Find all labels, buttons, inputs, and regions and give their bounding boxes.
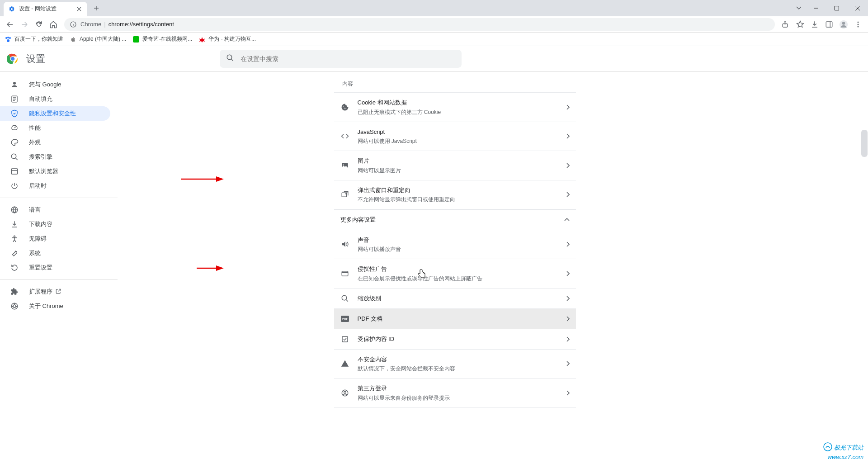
row-cookies[interactable]: Cookie 和网站数据 已阻止无痕模式下的第三方 Cookie bbox=[334, 92, 576, 122]
sidebar-item-performance[interactable]: 性能 bbox=[0, 121, 110, 135]
sidebar-item-reset[interactable]: 重置设置 bbox=[0, 260, 110, 275]
row-federated-identity[interactable]: 第三方登录 网站可以显示来自身份服务的登录提示 bbox=[334, 379, 576, 408]
sidebar-item-about[interactable]: 关于 Chrome bbox=[0, 299, 110, 313]
person-icon bbox=[10, 80, 19, 89]
bookmark-star-button[interactable] bbox=[793, 17, 807, 32]
svg-point-30 bbox=[343, 164, 344, 165]
wrench-icon bbox=[10, 249, 19, 258]
svg-point-20 bbox=[11, 154, 16, 159]
row-pdf[interactable]: PDF PDF 文档 bbox=[334, 309, 576, 329]
chevron-up-icon bbox=[564, 218, 570, 222]
chevron-right-icon bbox=[566, 316, 570, 322]
shield-icon bbox=[10, 109, 19, 118]
bookmark-item[interactable]: 华为 - 构建万物互... bbox=[198, 35, 256, 43]
sidebar-item-startup[interactable]: 启动时 bbox=[0, 179, 110, 193]
profile-button[interactable] bbox=[836, 17, 851, 32]
home-button[interactable] bbox=[46, 17, 61, 32]
huawei-icon bbox=[198, 36, 206, 43]
sidebar-item-autofill[interactable]: 自动填充 bbox=[0, 92, 110, 106]
row-images[interactable]: 图片 网站可以显示图片 bbox=[334, 151, 576, 180]
federated-icon bbox=[340, 388, 349, 398]
extension-icon bbox=[10, 287, 19, 296]
svg-point-12 bbox=[7, 39, 9, 42]
watermark: 极光下载站 www.xz7.com bbox=[823, 442, 863, 461]
back-button[interactable] bbox=[3, 17, 17, 32]
browser-icon bbox=[10, 167, 19, 176]
side-panel-button[interactable] bbox=[822, 17, 836, 32]
sidebar-item-search[interactable]: 搜索引擎 bbox=[0, 150, 110, 164]
chevron-right-icon bbox=[566, 390, 570, 396]
url-text: Chrome|chrome://settings/content bbox=[80, 21, 174, 28]
bookmark-item[interactable]: 爱奇艺-在线视频网... bbox=[132, 35, 192, 43]
sidebar-item-language[interactable]: 语言 bbox=[0, 203, 110, 217]
share-button[interactable] bbox=[778, 17, 793, 32]
apple-icon bbox=[70, 36, 77, 43]
sidebar-item-extensions[interactable]: 扩展程序 bbox=[0, 284, 110, 299]
row-javascript[interactable]: JavaScript 网站可以使用 JavaScript bbox=[334, 122, 576, 152]
forward-button[interactable] bbox=[17, 17, 32, 32]
svg-point-25 bbox=[13, 305, 16, 308]
chevron-right-icon bbox=[566, 271, 570, 276]
close-icon[interactable] bbox=[75, 5, 83, 13]
settings-search-input[interactable] bbox=[241, 55, 455, 62]
scrollbar-thumb[interactable] bbox=[861, 130, 868, 157]
power-icon bbox=[10, 181, 19, 190]
chevron-right-icon bbox=[566, 241, 570, 247]
browser-toolbar: Chrome|chrome://settings/content bbox=[0, 16, 868, 33]
bookmark-item[interactable]: 百度一下，你就知道 bbox=[5, 35, 63, 43]
chevron-right-icon bbox=[566, 192, 570, 197]
image-icon bbox=[340, 161, 349, 170]
address-bar[interactable]: Chrome|chrome://settings/content bbox=[64, 18, 775, 31]
settings-header: 设置 bbox=[0, 46, 868, 72]
popup-icon bbox=[340, 190, 349, 199]
reset-icon bbox=[10, 263, 19, 272]
code-icon bbox=[340, 132, 349, 141]
site-info-icon[interactable] bbox=[70, 21, 77, 28]
row-zoom[interactable]: 缩放级别 bbox=[334, 289, 576, 309]
menu-button[interactable] bbox=[851, 17, 865, 32]
section-header-content: 内容 bbox=[334, 72, 576, 92]
tab-search-button[interactable] bbox=[792, 1, 806, 15]
svg-rect-36 bbox=[342, 336, 348, 342]
sidebar-item-default-browser[interactable]: 默认浏览器 bbox=[0, 164, 110, 179]
iqiyi-icon bbox=[132, 36, 140, 43]
window-close-button[interactable] bbox=[847, 0, 868, 16]
sidebar-item-accessibility[interactable]: 无障碍 bbox=[0, 232, 110, 246]
content-area: 您与 Google 自动填充 隐私设置和安全性 性能 外观 搜索引擎 默认浏览器 bbox=[0, 72, 868, 464]
settings-search-box[interactable] bbox=[220, 50, 462, 68]
bookmarks-bar: 百度一下，你就知道 Apple (中国大陆) ... 爱奇艺-在线视频网... … bbox=[0, 33, 868, 46]
sidebar-divider bbox=[0, 279, 118, 280]
new-tab-button[interactable] bbox=[90, 2, 103, 14]
reload-button[interactable] bbox=[32, 17, 46, 32]
external-link-icon bbox=[55, 288, 61, 296]
cookie-icon bbox=[340, 103, 349, 112]
minimize-button[interactable] bbox=[806, 0, 826, 16]
chevron-right-icon bbox=[566, 133, 570, 139]
row-insecure-content[interactable]: 不安全内容 默认情况下，安全网站会拦截不安全内容 bbox=[334, 350, 576, 379]
speed-icon bbox=[10, 123, 19, 133]
sidebar-divider bbox=[0, 198, 118, 198]
sidebar-item-privacy[interactable]: 隐私设置和安全性 bbox=[0, 106, 110, 121]
settings-sidebar: 您与 Google 自动填充 隐私设置和安全性 性能 外观 搜索引擎 默认浏览器 bbox=[0, 72, 118, 464]
baidu-icon bbox=[5, 36, 12, 43]
svg-point-23 bbox=[14, 236, 15, 237]
sidebar-item-system[interactable]: 系统 bbox=[0, 246, 110, 260]
row-more-content-settings[interactable]: 更多内容设置 bbox=[334, 209, 576, 230]
chevron-right-icon bbox=[566, 336, 570, 342]
downloads-button[interactable] bbox=[807, 17, 822, 32]
row-ads[interactable]: 侵扰性广告 在已知会展示侵扰性或误导性广告的网站上屏蔽广告 bbox=[334, 259, 576, 289]
sidebar-item-appearance[interactable]: 外观 bbox=[0, 135, 110, 150]
svg-point-28 bbox=[345, 108, 346, 109]
ads-icon bbox=[340, 269, 349, 278]
browser-tab[interactable]: 设置 - 网站设置 bbox=[4, 2, 87, 16]
bookmark-item[interactable]: Apple (中国大陆) ... bbox=[70, 35, 126, 43]
row-sound[interactable]: 声音 网站可以播放声音 bbox=[334, 230, 576, 260]
gear-icon bbox=[8, 5, 15, 13]
maximize-button[interactable] bbox=[826, 0, 847, 16]
row-protected-content[interactable]: 受保护内容 ID bbox=[334, 329, 576, 350]
warning-icon bbox=[340, 359, 349, 368]
row-popups[interactable]: 弹出式窗口和重定向 不允许网站显示弹出式窗口或使用重定向 bbox=[334, 180, 576, 210]
zoom-icon bbox=[340, 294, 349, 303]
sidebar-item-downloads[interactable]: 下载内容 bbox=[0, 217, 110, 232]
sidebar-item-you-and-google[interactable]: 您与 Google bbox=[0, 77, 110, 92]
